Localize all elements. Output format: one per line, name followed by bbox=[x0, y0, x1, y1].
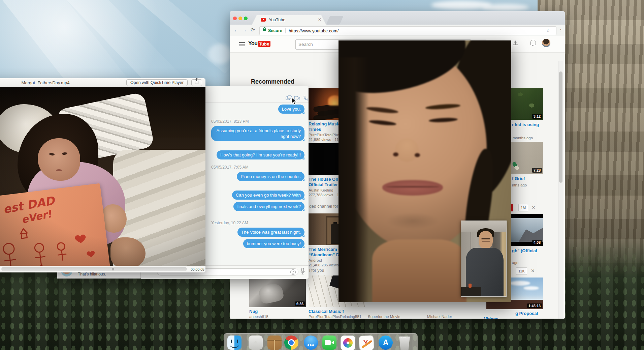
quicktime-window: Margot_FathersDay.mp4 Open with QuickTim… bbox=[0, 78, 205, 272]
counter-object bbox=[469, 284, 472, 288]
divider bbox=[285, 28, 286, 33]
subscriber-count: 11K bbox=[516, 267, 527, 275]
dismiss-icon[interactable]: ✕ bbox=[532, 205, 536, 210]
video-channel[interactable]: Austin Keeling bbox=[309, 188, 333, 192]
address-bar[interactable]: Secure https://www.youtube.com/ ☆ bbox=[259, 26, 556, 35]
search-placeholder: Search bbox=[298, 42, 313, 47]
upload-icon[interactable] bbox=[513, 40, 519, 45]
video-title[interactable]: Official Trailer bbox=[309, 182, 338, 187]
video-channel[interactable]: Superior the Movie bbox=[368, 315, 400, 319]
video-title[interactable]: Videos bbox=[484, 316, 498, 319]
message-timestamp: 05/03/2017, 8:23 PM bbox=[211, 119, 304, 124]
bookmark-star-icon[interactable]: ☆ bbox=[546, 28, 550, 33]
woman-lips bbox=[386, 186, 440, 187]
message-bubble[interactable]: Assuming you’re at a friend’s place to s… bbox=[211, 126, 304, 141]
message-bubble[interactable]: bummer you were too busy! bbox=[243, 239, 304, 248]
youtube-favicon-icon bbox=[261, 18, 266, 22]
video-thumbnail[interactable]: 6:36 bbox=[249, 275, 306, 307]
phone-call-icon[interactable] bbox=[303, 95, 309, 101]
forward-icon[interactable]: → bbox=[242, 27, 247, 33]
woman-chin-shadow bbox=[386, 212, 440, 229]
message-bubble[interactable]: How’s that going? I’m sure you’re ready!… bbox=[217, 150, 304, 159]
dismiss-icon[interactable]: ✕ bbox=[531, 268, 535, 273]
duration-badge: 7:28 bbox=[532, 168, 542, 173]
zoom-traffic-light[interactable] bbox=[244, 17, 248, 20]
video-meta: ago bbox=[512, 261, 518, 265]
minimize-traffic-light[interactable] bbox=[238, 17, 242, 20]
video-channel[interactable]: aneesh815 bbox=[249, 315, 268, 319]
video-title[interactable]: f Grief bbox=[512, 176, 525, 181]
lock-icon bbox=[263, 29, 266, 31]
video-channel[interactable]: Michael Nader bbox=[427, 315, 452, 319]
message-bubble[interactable]: finals and everything next week? bbox=[233, 202, 304, 211]
url-text[interactable]: https://www.youtube.com/ bbox=[289, 28, 339, 33]
browser-toolbar: ← → ⟳ Secure https://www.youtube.com/ ☆ bbox=[230, 25, 565, 36]
video-title[interactable]: gh” (Official bbox=[512, 248, 537, 253]
video-card[interactable]: 6:36 Nug aneesh815 1,711 views · 10 year… bbox=[249, 275, 306, 319]
message-bubble[interactable]: The Voice was great last night, bbox=[237, 228, 304, 237]
share-button[interactable] bbox=[191, 79, 202, 86]
video-preview[interactable]: est DAD eVer! bbox=[0, 87, 205, 266]
message-bubble[interactable]: Can you even go this week? With bbox=[232, 191, 304, 200]
browser-tab[interactable]: YouTube ✕ bbox=[252, 15, 326, 25]
desktop: YouTube ✕ ← → ⟳ Secure https://www.youtu… bbox=[0, 0, 644, 350]
progress-bar[interactable] bbox=[1, 267, 187, 271]
recommended-for-you-label: l for you bbox=[309, 268, 324, 273]
notifications-bell-icon[interactable] bbox=[530, 40, 536, 45]
duration-badge: 6:36 bbox=[295, 301, 305, 306]
menu-hamburger-icon[interactable] bbox=[239, 42, 245, 43]
video-title[interactable]: Relaxing Music f bbox=[309, 121, 343, 126]
microphone-icon[interactable] bbox=[300, 268, 305, 275]
youtube-logo[interactable]: YouTube bbox=[248, 40, 270, 47]
scrollbar-track[interactable] bbox=[558, 61, 563, 319]
box-folder-icon[interactable] bbox=[267, 336, 282, 350]
message-bubble[interactable]: Love you. bbox=[278, 105, 304, 114]
video-channel[interactable]: PurePlusTotalPlusRelaxing551 bbox=[309, 315, 361, 319]
reload-icon[interactable]: ⟳ bbox=[251, 27, 255, 33]
settings-gear-icon[interactable] bbox=[249, 336, 263, 350]
counter bbox=[461, 287, 481, 296]
video-title[interactable]: “Steadicam” DIY bbox=[309, 252, 343, 257]
browser-titlebar[interactable]: YouTube ✕ bbox=[230, 11, 565, 25]
trash-icon[interactable] bbox=[397, 336, 412, 350]
close-traffic-light[interactable] bbox=[233, 17, 237, 20]
browser-menu-icon[interactable]: ⋮ bbox=[558, 27, 563, 32]
new-tab-button[interactable] bbox=[326, 16, 344, 25]
video-meta: months ago bbox=[513, 136, 533, 140]
video-channel[interactable]: Android bbox=[309, 258, 322, 262]
facetime-self-view[interactable] bbox=[461, 221, 507, 297]
video-title[interactable]: r kid is using bbox=[512, 122, 539, 127]
emoji-icon[interactable] bbox=[290, 269, 296, 275]
document-pencil-icon[interactable] bbox=[359, 335, 374, 350]
video-meta: nths ago bbox=[512, 183, 527, 187]
message-timestamp: Yesterday, 10:22 AM bbox=[211, 221, 304, 225]
man-face bbox=[479, 231, 493, 249]
duration-badge: 3:12 bbox=[532, 114, 542, 119]
scrollbar-thumb[interactable] bbox=[559, 71, 562, 183]
chrome-icon[interactable] bbox=[284, 336, 298, 350]
app-store-icon[interactable]: A bbox=[379, 336, 393, 350]
playhead[interactable] bbox=[112, 268, 114, 270]
tab-close-icon[interactable]: ✕ bbox=[318, 17, 321, 22]
secure-label: Secure bbox=[268, 28, 282, 33]
video-title[interactable]: Times bbox=[309, 127, 321, 132]
photos-icon[interactable] bbox=[341, 336, 355, 350]
video-title[interactable]: Nug bbox=[249, 309, 258, 314]
woman-hair bbox=[339, 57, 369, 302]
conversation-preview: That’s hilarious. bbox=[78, 272, 106, 276]
woman-nostril bbox=[415, 153, 420, 157]
facetime-window[interactable] bbox=[339, 40, 511, 302]
message-bubble[interactable]: Piano money is on the counter. bbox=[237, 172, 304, 181]
messages-icon[interactable] bbox=[304, 336, 318, 350]
video-title[interactable]: g Proposal bbox=[515, 311, 538, 316]
woman-nostril bbox=[393, 152, 398, 156]
finder-icon[interactable] bbox=[227, 336, 242, 350]
back-icon[interactable]: ← bbox=[234, 27, 239, 33]
facetime-icon[interactable] bbox=[322, 336, 336, 350]
duration-badge: 1:45:13 bbox=[527, 303, 542, 308]
open-with-quicktime-button[interactable]: Open with QuickTime Player bbox=[126, 79, 188, 86]
quicktime-titlebar[interactable]: Margot_FathersDay.mp4 Open with QuickTim… bbox=[0, 78, 205, 87]
message-list: Love you.05/03/2017, 8:23 PMAssuming you… bbox=[211, 102, 304, 251]
account-avatar[interactable] bbox=[542, 39, 550, 47]
video-title[interactable]: Classical Music f bbox=[309, 309, 344, 314]
